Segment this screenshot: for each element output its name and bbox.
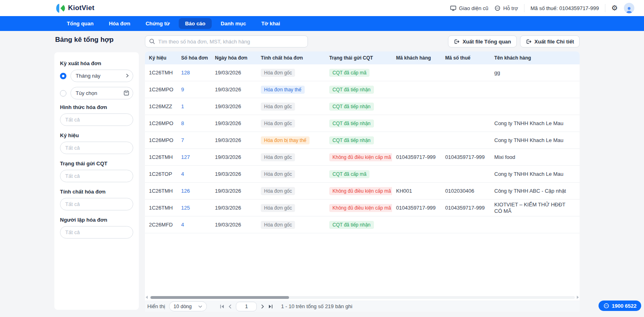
invoice-number-link[interactable]: 9 bbox=[181, 86, 184, 93]
radio-unselected[interactable] bbox=[60, 90, 66, 97]
cell-clipped bbox=[576, 166, 580, 182]
avatar[interactable] bbox=[624, 3, 634, 13]
table-row[interactable]: 1C26TMH12619/03/2026Hóa đơn gốcKhông đủ … bbox=[145, 183, 580, 200]
cell-invoice-number: 8 bbox=[177, 115, 211, 132]
cell-date: 19/03/2026 bbox=[211, 200, 257, 216]
invoice-number-link[interactable]: 8 bbox=[181, 120, 184, 126]
cell-clipped bbox=[576, 98, 580, 115]
horizontal-scrollbar[interactable] bbox=[145, 296, 580, 299]
table-row[interactable]: 1C26TMH12719/03/2026Hóa đơn gốcKhông đủ … bbox=[145, 149, 580, 166]
nav-tab-1[interactable]: Hóa đơn bbox=[102, 18, 136, 29]
filter-input-3[interactable] bbox=[60, 198, 133, 210]
table-row[interactable]: 1C26TOP419/03/2026Hóa đơn gốcCQT đã cấp … bbox=[145, 166, 580, 183]
cell-tax-code bbox=[441, 81, 490, 98]
cell-status: CQT đã tiếp nhận bbox=[325, 132, 392, 148]
filter-input-0[interactable] bbox=[60, 113, 133, 126]
next-page-button[interactable] bbox=[258, 303, 266, 311]
nature-badge: Hóa đơn thay thế bbox=[261, 86, 305, 94]
chevron-left-icon bbox=[228, 304, 233, 309]
export-detail-button[interactable]: Xuất file Chi tiết bbox=[520, 35, 580, 47]
period-filter-label: Kỳ xuất hóa đơn bbox=[60, 60, 133, 66]
period-this-month-field[interactable] bbox=[70, 70, 133, 82]
page-number-input[interactable] bbox=[236, 302, 257, 311]
column-header: Mã khách hàng bbox=[392, 51, 441, 64]
radio-selected[interactable] bbox=[60, 73, 66, 79]
invoice-number-link[interactable]: 1 bbox=[181, 103, 184, 109]
invoice-number-link[interactable]: 125 bbox=[181, 205, 190, 211]
gear-icon[interactable]: ⚙ bbox=[611, 4, 618, 12]
table-row[interactable]: 1C26TMH12519/03/2026Hóa đơn gốcKhông đủ … bbox=[145, 200, 580, 216]
brand-name: KiotViet bbox=[68, 4, 95, 12]
cell-symbol: 2C26MFD bbox=[145, 216, 177, 233]
table-row[interactable]: 1C26MPO919/03/2026Hóa đơn thay thếCQT đã… bbox=[145, 81, 580, 98]
last-page-button[interactable] bbox=[266, 303, 275, 311]
cell-tax-code bbox=[441, 216, 490, 233]
table-row[interactable]: 2C26MFD419/03/2026Hóa đơn gốcCQT đã tiếp… bbox=[145, 216, 580, 233]
status-badge: CQT đã tiếp nhận bbox=[329, 119, 374, 128]
invoice-number-link[interactable]: 4 bbox=[181, 222, 184, 228]
nature-badge: Hóa đơn gốc bbox=[261, 204, 295, 212]
filter-input-1[interactable] bbox=[60, 142, 133, 154]
support-phone-label: 1900 6522 bbox=[612, 303, 636, 309]
invoice-number-link[interactable]: 7 bbox=[181, 137, 184, 143]
table-row[interactable]: 1C26MPO819/03/2026Hóa đơn gốcCQT đã tiếp… bbox=[145, 115, 580, 132]
cell-customer-code bbox=[392, 81, 441, 98]
help-chat-icon bbox=[494, 5, 501, 11]
status-badge: CQT đã tiếp nhận bbox=[329, 136, 374, 144]
table-body: 1C26TMH12819/03/2026Hóa đơn gốcCQT đã cấ… bbox=[145, 64, 580, 233]
search-input[interactable] bbox=[145, 35, 308, 47]
page-size-select[interactable]: 10 dòng bbox=[169, 301, 207, 311]
prev-page-button[interactable] bbox=[226, 303, 234, 311]
cell-status: CQT đã tiếp nhận bbox=[325, 98, 392, 115]
nav-tab-0[interactable]: Tổng quan bbox=[60, 18, 100, 29]
first-page-button[interactable] bbox=[218, 303, 226, 311]
invoice-number-link[interactable]: 128 bbox=[181, 70, 190, 76]
scrollbar-thumb[interactable] bbox=[151, 296, 289, 299]
table-row[interactable]: 1C26MPO719/03/2026Hóa đơn bị thay thếCQT… bbox=[145, 132, 580, 149]
filter-field-wrap-0 bbox=[60, 113, 133, 126]
invoice-number-link[interactable]: 4 bbox=[181, 171, 184, 177]
nav-tab-5[interactable]: Tờ khai bbox=[255, 18, 287, 29]
cell-status: Không đủ điều kiện cấp mã bbox=[325, 149, 392, 165]
nature-badge: Hóa đơn gốc bbox=[261, 153, 295, 161]
cell-tax-code: 0104359717-999 bbox=[441, 149, 490, 165]
cell-customer-code bbox=[392, 166, 441, 182]
filter-input-4[interactable] bbox=[60, 226, 133, 239]
nature-badge: Hóa đơn gốc bbox=[261, 187, 295, 195]
filter-input-2[interactable] bbox=[60, 170, 133, 182]
search-icon bbox=[149, 38, 155, 45]
old-interface-link[interactable]: Giao diện cũ bbox=[450, 5, 488, 11]
cell-symbol: 1C26TMH bbox=[145, 183, 177, 199]
scroll-right-arrow-icon[interactable] bbox=[577, 296, 579, 299]
nav-tab-2[interactable]: Chứng từ bbox=[139, 18, 176, 29]
sidebar-filters: Hình thức hóa đơnKý hiệuTrạng thái gửi C… bbox=[60, 104, 133, 239]
export-overview-button[interactable]: Xuất file Tổng quan bbox=[448, 35, 517, 47]
cell-clipped bbox=[576, 216, 580, 233]
top-bar: KiotViet Giao diện cũ Hỗ trợ Mã số thuế:… bbox=[0, 0, 644, 16]
nav-tab-4[interactable]: Danh mục bbox=[214, 18, 252, 29]
cell-nature: Hóa đơn gốc bbox=[257, 98, 325, 115]
support-phone-button[interactable]: 1900 6522 bbox=[599, 301, 641, 311]
help-link[interactable]: Hỗ trợ bbox=[494, 5, 518, 11]
table-row[interactable]: 1C26MZZ119/03/2026Hóa đơn gốcCQT đã tiếp… bbox=[145, 98, 580, 115]
divider bbox=[605, 4, 605, 12]
cell-clipped bbox=[576, 81, 580, 98]
cell-invoice-number: 4 bbox=[177, 166, 211, 182]
cell-customer-name bbox=[490, 81, 576, 98]
scroll-left-arrow-icon[interactable] bbox=[146, 296, 148, 299]
calendar-icon bbox=[124, 90, 129, 96]
table-row[interactable]: 1C26TMH12819/03/2026Hóa đơn gốcCQT đã cấ… bbox=[145, 64, 580, 81]
export-overview-label: Xuất file Tổng quan bbox=[462, 39, 511, 45]
invoice-number-link[interactable]: 126 bbox=[181, 188, 190, 194]
status-badge: CQT đã cấp mã bbox=[329, 170, 369, 178]
cell-nature: Hóa đơn thay thế bbox=[257, 81, 325, 98]
invoice-number-link[interactable]: 127 bbox=[181, 154, 190, 160]
scrollbar-track[interactable] bbox=[150, 296, 575, 299]
status-badge: CQT đã tiếp nhận bbox=[329, 103, 374, 111]
filter-field-wrap-3 bbox=[60, 198, 133, 210]
nav-tab-3[interactable]: Báo cáo bbox=[179, 18, 212, 29]
cell-symbol: 1C26TOP bbox=[145, 166, 177, 182]
main-nav: Tổng quanHóa đơnChứng từBáo cáoDanh mụcT… bbox=[0, 16, 644, 31]
cell-symbol: 1C26MPO bbox=[145, 115, 177, 132]
brand-logo[interactable]: KiotViet bbox=[55, 3, 95, 13]
